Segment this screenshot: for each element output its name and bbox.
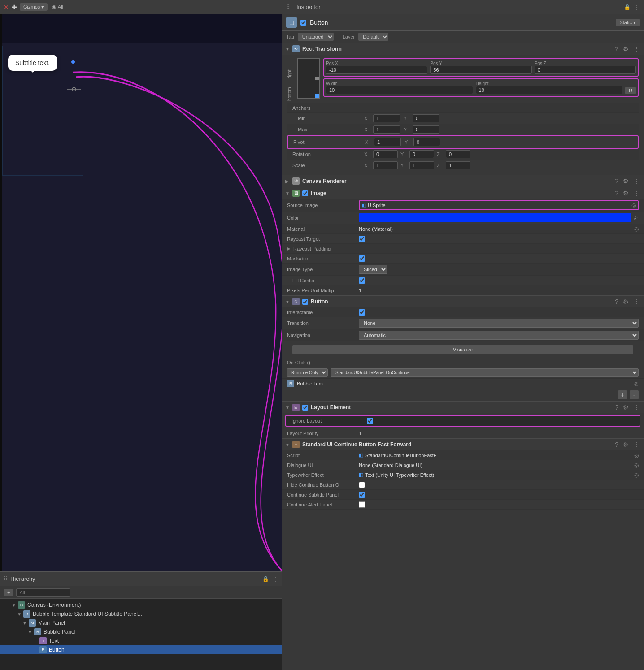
interactable-checkbox[interactable]	[359, 309, 365, 316]
button-header[interactable]: ▼ ⊙ Button ? ⚙ ⋮	[282, 296, 644, 307]
onclick-target-select[interactable]: StandardUISubtitlePanel.OnContinue	[331, 368, 639, 377]
list-item[interactable]: ▼ B Bubble Panel	[0, 627, 282, 636]
static-label[interactable]: Static ▾	[616, 19, 640, 26]
raycast-target-checkbox[interactable]	[359, 236, 365, 242]
inspector-more-icon[interactable]: ⋮	[634, 4, 640, 10]
button-settings-icon[interactable]: ⚙	[622, 298, 630, 305]
list-item[interactable]: ▼ B Bubble Template Standard UI Subtitle…	[0, 609, 282, 618]
hierarchy-search-input[interactable]	[16, 588, 70, 597]
object-active-checkbox[interactable]	[300, 20, 306, 26]
standard-ui-header[interactable]: ▼ ≡ Standard UI Continue Button Fast For…	[282, 439, 644, 450]
ignore-layout-checkbox[interactable]	[367, 418, 373, 424]
rot-z-input[interactable]	[446, 150, 470, 158]
maskable-checkbox[interactable]	[359, 255, 365, 262]
min-y-input[interactable]	[413, 114, 439, 122]
button-enabled-checkbox[interactable]	[302, 299, 308, 305]
pivot-label: Pivot	[293, 139, 365, 145]
hierarchy-panel: ⠿ Hierarchy 🔒 ⋮ + ▼ C Canvas (Environmen…	[0, 571, 282, 670]
move-icon[interactable]: ✚	[12, 4, 17, 11]
settings-icon[interactable]: ⚙	[622, 45, 630, 52]
typewriter-target-icon[interactable]: ◎	[634, 472, 639, 478]
scale-x-input[interactable]	[373, 161, 398, 169]
button-icon: B	[39, 646, 47, 653]
canvas-settings-icon[interactable]: ⚙	[622, 177, 630, 185]
pivot-y-input[interactable]	[413, 138, 440, 146]
pos-z-input[interactable]	[535, 66, 636, 74]
standard-ui-section: ▼ ≡ Standard UI Continue Button Fast For…	[282, 439, 644, 510]
pos-y-input[interactable]	[430, 66, 531, 74]
width-input[interactable]	[326, 86, 473, 94]
image-type-select[interactable]: Sliced	[359, 265, 387, 274]
canvas-help-icon[interactable]: ?	[614, 177, 619, 185]
x-icon[interactable]: ✕	[4, 4, 9, 11]
layer-select[interactable]: Default	[358, 33, 388, 41]
list-item[interactable]: B Button	[0, 645, 282, 654]
bubble-target-icon[interactable]: ◎	[634, 381, 639, 387]
continue-subtitle-checkbox[interactable]	[359, 492, 365, 498]
hide-continue-checkbox[interactable]	[359, 482, 365, 488]
hierarchy-more-icon[interactable]: ⋮	[273, 576, 278, 582]
sui-help-icon[interactable]: ?	[614, 441, 619, 448]
layout-element-header[interactable]: ▼ ⊞ Layout Element ? ⚙ ⋮	[282, 402, 644, 413]
rot-x-input[interactable]	[373, 150, 398, 158]
pos-x-input[interactable]	[326, 66, 427, 74]
dialogue-target-icon[interactable]: ◎	[634, 462, 639, 468]
dialogue-ui-label: Dialogue UI	[287, 463, 359, 468]
material-target-icon[interactable]: ◎	[634, 226, 639, 232]
max-y-input[interactable]	[413, 125, 439, 134]
list-item[interactable]: T Text	[0, 636, 282, 645]
list-item[interactable]: ▼ C Canvas (Environment)	[0, 601, 282, 609]
tag-select[interactable]: Untagged	[298, 33, 334, 41]
layout-settings-icon[interactable]: ⚙	[622, 404, 630, 411]
scale-y-input[interactable]	[409, 161, 434, 169]
hierarchy-lock-icon[interactable]: 🔒	[262, 576, 269, 582]
continue-alert-checkbox[interactable]	[359, 501, 365, 508]
source-image-target-icon[interactable]: ◎	[631, 202, 636, 208]
canvas-more-icon[interactable]: ⋮	[632, 177, 640, 185]
raycast-padding-arrow: ▶	[287, 246, 292, 251]
gizmos-button[interactable]: Gizmos ▾	[20, 3, 48, 11]
color-swatch[interactable]	[359, 213, 631, 222]
min-x-input[interactable]	[373, 114, 400, 122]
more-icon[interactable]: ⋮	[632, 45, 640, 52]
transition-select[interactable]: None	[359, 319, 639, 328]
image-more-icon[interactable]: ⋮	[632, 190, 640, 197]
height-input[interactable]	[476, 86, 623, 94]
hierarchy-plus-button[interactable]: +	[4, 589, 13, 596]
visualize-button[interactable]: Visualize	[292, 345, 633, 354]
rect-fields: Pos X Pos Y Pos Z	[323, 58, 639, 99]
scale-z-input[interactable]	[446, 161, 470, 169]
layout-priority-value: 1	[359, 431, 639, 436]
fill-center-checkbox[interactable]	[359, 277, 365, 284]
eyedropper-icon[interactable]: 🖋	[633, 215, 639, 221]
layout-enabled-checkbox[interactable]	[302, 405, 308, 411]
source-image-label: Source Image	[287, 203, 359, 208]
height-field: Height	[476, 81, 623, 94]
r-button[interactable]: R	[625, 87, 636, 94]
button-more-icon[interactable]: ⋮	[632, 298, 640, 305]
image-settings-icon[interactable]: ⚙	[622, 190, 630, 197]
minus-button[interactable]: -	[630, 390, 639, 399]
layout-help-icon[interactable]: ?	[614, 404, 619, 411]
plus-button[interactable]: +	[618, 390, 627, 399]
pivot-x-input[interactable]	[374, 138, 401, 146]
inspector-lock-icon[interactable]: 🔒	[624, 4, 631, 10]
rect-transform-header[interactable]: ▼ ⟲ Rect Transform ? ⚙ ⋮	[282, 43, 644, 55]
runtime-select[interactable]: Runtime Only	[287, 368, 328, 377]
rot-y-input[interactable]	[409, 150, 434, 158]
image-header[interactable]: ▼ 🖼 Image ? ⚙ ⋮	[282, 187, 644, 199]
section-arrow-sui: ▼	[285, 442, 290, 447]
sui-settings-icon[interactable]: ⚙	[622, 441, 630, 448]
list-item[interactable]: ▼ M Main Panel	[0, 618, 282, 627]
image-enabled-checkbox[interactable]	[302, 190, 308, 196]
navigation-select[interactable]: Automatic	[359, 331, 639, 340]
bottom-label: bottom	[287, 83, 292, 101]
button-help-icon[interactable]: ?	[614, 298, 619, 305]
max-x-input[interactable]	[373, 125, 400, 134]
canvas-renderer-header[interactable]: ▶ 👁 Canvas Renderer ? ⚙ ⋮	[282, 175, 644, 187]
image-help-icon[interactable]: ?	[614, 190, 619, 197]
script-target-icon[interactable]: ◎	[634, 452, 639, 458]
sui-more-icon[interactable]: ⋮	[632, 441, 640, 448]
layout-more-icon[interactable]: ⋮	[632, 404, 640, 411]
help-icon[interactable]: ?	[614, 45, 619, 52]
